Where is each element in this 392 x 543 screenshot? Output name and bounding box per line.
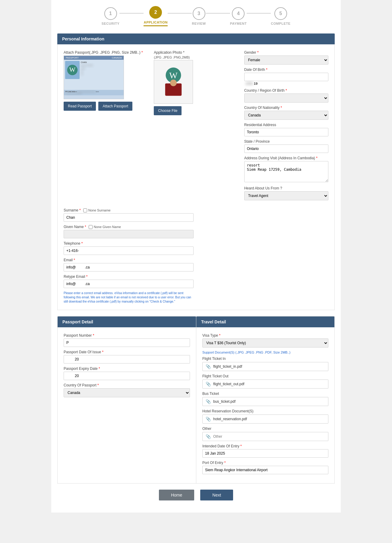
flight-ticket-in-row: 📎 flight_ticket_in.pdf — [202, 362, 328, 371]
svg-point-5 — [170, 79, 177, 86]
bus-ticket-group: Bus Ticket 📎 bus_ticket.pdf — [202, 392, 328, 406]
dob-field-group: Date Of Birth * 1990-19 — [244, 68, 328, 85]
next-button[interactable]: Next — [200, 490, 233, 500]
state-province-input[interactable] — [244, 144, 328, 153]
address-during-visit-label: Address During Visit (Address In Cambodi… — [244, 156, 328, 160]
port-of-entry-input[interactable] — [202, 466, 328, 474]
telephone-field-group: Telephone * — [64, 241, 194, 255]
intended-date-input[interactable] — [202, 449, 328, 458]
intended-date-group: Intended Date Of Entry * — [202, 444, 328, 458]
passport-issue-date-input[interactable] — [64, 355, 190, 364]
passport-buttons: Read Passport Attach Passport — [64, 102, 148, 111]
step-label-application: APPLICATION — [144, 21, 168, 24]
none-given-name-checkbox[interactable] — [89, 225, 93, 229]
given-name-input[interactable] — [64, 230, 194, 238]
passport-upload-col: Attach Passport(.JPG .JPEG .PNG, Size 2M… — [64, 50, 148, 203]
telephone-label: Telephone * — [64, 241, 194, 246]
heard-about-select[interactable]: Travel Agent Google Social Media Friend … — [244, 191, 328, 200]
visa-type-select[interactable]: Visa T $36 (Tourist Only) Visa E $36 (Bu… — [202, 338, 328, 348]
travel-detail-header: Travel Detail — [196, 316, 334, 327]
port-of-entry-group: Port Of Entry * — [202, 461, 328, 474]
other-label: Other — [202, 427, 328, 431]
country-nationality-select[interactable]: Canada — [244, 111, 328, 120]
hotel-reservation-label: Hotel Reservation Document(S) — [202, 409, 328, 413]
hotel-reservation-group: Hotel Reservation Document(S) 📎 hotel_re… — [202, 409, 328, 424]
surname-input[interactable] — [64, 213, 194, 222]
dob-input[interactable] — [244, 73, 328, 81]
heard-about-label: Heard About Us From ? — [244, 186, 328, 190]
passport-header-bar: PASSPORT CANADA — [64, 56, 124, 60]
country-region-select[interactable] — [244, 94, 328, 103]
step-payment[interactable]: 4 PAYMENT — [230, 7, 247, 25]
step-connector-4 — [247, 13, 271, 14]
attach-icon-hotel: 📎 — [206, 417, 211, 421]
surname-field-group: Surname * None Surname — [64, 208, 194, 222]
passport-travel-wrapper: Passport Detail Passport Number * Passpo… — [57, 316, 335, 484]
step-application[interactable]: 2 APPLICATION — [144, 6, 168, 26]
step-circle-5: 5 — [274, 7, 287, 20]
email-notice: Please enter a correct email address. eV… — [64, 291, 194, 304]
flight-ticket-in-label: Flight Ticket In — [202, 357, 328, 361]
wp-icon: W — [67, 65, 78, 75]
step-security[interactable]: 1 SECURITY — [102, 7, 120, 25]
travel-detail-body: Visa Type * Visa T $36 (Tourist Only) Vi… — [196, 327, 334, 483]
residential-address-field-group: Residential Address — [244, 123, 328, 136]
gender-select[interactable]: Female Male Other — [244, 56, 328, 65]
application-photo-box: W — [154, 60, 193, 104]
address-during-visit-textarea[interactable]: resort Siem Reap 17259, Cambodia — [244, 161, 328, 182]
attach-icon-other: 📎 — [206, 434, 211, 439]
avatar-svg: W — [161, 67, 185, 97]
hotel-reservation-filename: hotel_reservation.pdf — [213, 417, 325, 421]
passport-issue-date-label: Passport Date Of Issue * — [64, 350, 190, 354]
step-label-security: SECURITY — [102, 22, 120, 25]
step-complete[interactable]: 5 COMPLETE — [271, 7, 290, 25]
country-of-passport-select[interactable]: Canada — [64, 388, 190, 397]
home-button[interactable]: Home — [159, 490, 194, 500]
passport-expiry-date-input[interactable] — [64, 372, 190, 380]
passport-number-input[interactable] — [64, 338, 190, 347]
country-nationality-field-group: Country Of Nationality * Canada — [244, 106, 328, 120]
passport-number-group: Passport Number * — [64, 333, 190, 347]
email-label: Email * — [64, 258, 194, 262]
passport-info-text: CHAN FIRSTNAME CAN 19 20 — [81, 61, 122, 89]
hotel-reservation-row: 📎 hotel_reservation.pdf — [202, 414, 328, 424]
state-province-label: State / Province — [244, 139, 328, 144]
dob-label: Date Of Birth * — [244, 68, 328, 72]
surname-label-row: Surname * None Surname — [64, 208, 194, 212]
other-input[interactable] — [213, 434, 325, 439]
given-name-label: Given Name * — [64, 225, 86, 229]
port-of-entry-label: Port Of Entry * — [202, 461, 328, 465]
given-name-field-group: Given Name * None Given Name — [64, 225, 194, 238]
retype-email-input[interactable] — [64, 280, 194, 288]
residential-address-input[interactable] — [244, 128, 328, 136]
right-fields-col: Gender * Female Male Other Date Of Birth — [244, 50, 328, 203]
bus-ticket-label: Bus Ticket — [202, 392, 328, 396]
passport-issue-date-group: Passport Date Of Issue * — [64, 350, 190, 364]
given-name-label-row: Given Name * None Given Name — [64, 225, 194, 229]
attach-icon-bus: 📎 — [206, 399, 211, 404]
step-review[interactable]: 3 REVIEW — [192, 7, 206, 25]
step-circle-4: 4 — [232, 7, 245, 20]
country-of-passport-group: Country Of Passport * Canada — [64, 383, 190, 397]
state-province-field-group: State / Province — [244, 139, 328, 153]
heard-about-field-group: Heard About Us From ? Travel Agent Googl… — [244, 186, 328, 200]
none-surname-checkbox[interactable] — [83, 208, 87, 212]
flight-ticket-out-row: 📎 flight_ticket_out.pdf — [202, 379, 328, 389]
passport-upload-label: Attach Passport(.JPG .JPEG .PNG, Size 2M… — [64, 50, 148, 55]
attach-passport-button[interactable]: Attach Passport — [98, 102, 132, 111]
country-region-label: Country / Region Of Birth * — [244, 88, 328, 93]
none-surname-check[interactable]: None Surname — [83, 208, 111, 212]
choose-file-button[interactable]: Choose File — [154, 106, 182, 115]
application-photo-col: Application Photo * (JPG .JPEG .PNG,2MB)… — [154, 50, 238, 203]
residential-address-label: Residential Address — [244, 123, 328, 127]
read-passport-button[interactable]: Read Passport — [64, 102, 96, 111]
svg-text:W: W — [69, 66, 76, 73]
personal-info-header: Personal Information — [57, 33, 335, 44]
dob-display: 1990-19 — [244, 82, 328, 85]
gender-field-group: Gender * Female Male Other — [244, 50, 328, 65]
none-given-name-check[interactable]: None Given Name — [89, 225, 121, 229]
passport-photo-area: W — [65, 61, 80, 79]
telephone-input[interactable] — [64, 246, 194, 255]
attach-icon-flight-in: 📎 — [206, 364, 211, 369]
email-input[interactable] — [64, 263, 194, 272]
